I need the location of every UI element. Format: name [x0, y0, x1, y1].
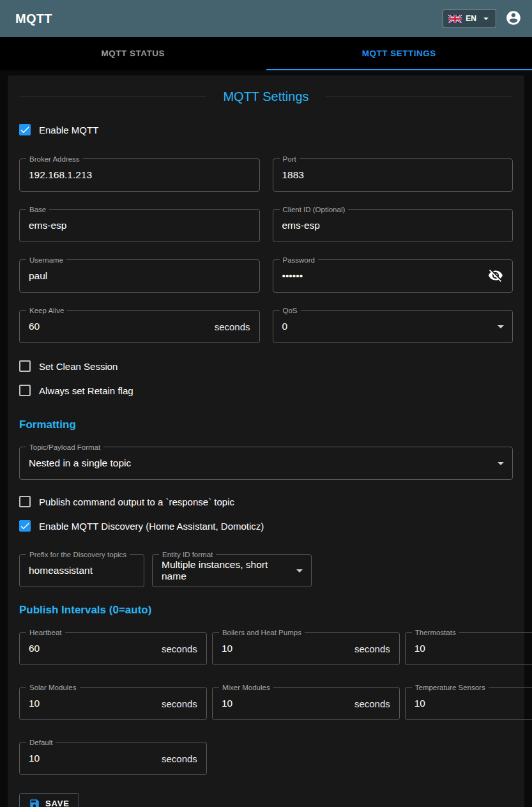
base-clientid-row: Base Client ID (Optional) [19, 209, 513, 242]
solar-interval-input[interactable] [29, 698, 156, 709]
publish-response-checkbox[interactable]: Publish command output to a `response` t… [19, 490, 234, 513]
discovery-prefix-field: Prefix for the Discovery topics [19, 554, 144, 587]
checkbox-label: Enable MQTT Discovery (Home Assistant, D… [39, 521, 264, 532]
discovery-prefix-input[interactable] [29, 565, 135, 576]
mixer-interval-field: Mixer Modules seconds [212, 687, 400, 720]
keep-alive-field: Keep Alive seconds [19, 310, 260, 343]
account-circle-icon [505, 10, 522, 28]
field-label: QoS [280, 307, 301, 314]
port-field: Port [273, 158, 513, 192]
app-title: MQTT [15, 12, 52, 26]
language-selector-button[interactable]: EN [443, 9, 496, 28]
field-label: Username [26, 256, 66, 264]
app-header: MQTT EN [0, 0, 532, 37]
checkbox-checked-icon [19, 124, 31, 135]
topic-payload-format-value: Nested in a single topic [29, 457, 131, 469]
checkbox-label: Set Clean Session [39, 361, 118, 372]
enable-mqtt-checkbox[interactable]: Enable MQTT [19, 118, 98, 141]
topic-payload-format-select[interactable]: Topic/Payload Format Nested in a single … [19, 447, 513, 480]
language-label: EN [466, 14, 476, 23]
checkbox-unchecked-icon [19, 360, 31, 372]
checkbox-label: Always set Retain flag [39, 385, 133, 396]
arrow-drop-down-icon [493, 456, 508, 471]
heartbeat-interval-field: Heartbeat seconds [19, 632, 207, 665]
field-label: Mixer Modules [219, 684, 273, 691]
port-input[interactable] [282, 169, 504, 181]
field-label: Port [280, 155, 300, 163]
seconds-suffix: seconds [354, 698, 390, 709]
base-input[interactable] [29, 220, 250, 231]
broker-port-row: Broker Address Port [19, 158, 513, 192]
field-label: Default [26, 739, 56, 746]
username-field: Username [19, 259, 260, 293]
field-label: Base [26, 206, 49, 213]
entity-id-format-value: Multiple instances, short name [162, 559, 292, 582]
chevron-down-icon [480, 13, 492, 24]
boilers-interval-field: Boilers and Heat Pumps seconds [212, 632, 400, 665]
account-button[interactable] [505, 10, 522, 28]
mixer-interval-input[interactable] [222, 698, 349, 709]
retain-flag-checkbox[interactable]: Always set Retain flag [19, 379, 133, 402]
keep-alive-input[interactable] [29, 321, 209, 332]
seconds-suffix: seconds [354, 643, 390, 654]
entity-id-format-select[interactable]: Entity ID format Multiple instances, sho… [152, 554, 312, 587]
uk-flag-icon [448, 15, 462, 23]
seconds-suffix: seconds [162, 698, 197, 709]
password-field: Password [273, 259, 513, 293]
credentials-row: Username Password [19, 259, 513, 293]
save-button[interactable]: SAVE [19, 793, 79, 807]
field-label: Keep Alive [26, 307, 67, 314]
temperature-interval-field: Temperature Sensors seconds [405, 687, 532, 720]
temperature-interval-input[interactable] [414, 698, 532, 709]
field-label: Password [280, 256, 319, 264]
base-field: Base [19, 209, 260, 242]
page-title: MQTT Settings [19, 89, 513, 104]
boilers-interval-input[interactable] [222, 643, 349, 654]
client-id-input[interactable] [282, 220, 504, 231]
seconds-suffix: seconds [215, 321, 250, 332]
field-label: Topic/Payload Format [26, 443, 103, 451]
discovery-options-row: Prefix for the Discovery topics Entity I… [19, 554, 513, 587]
seconds-suffix: seconds [162, 643, 197, 654]
set-clean-session-checkbox[interactable]: Set Clean Session [19, 355, 118, 378]
checkbox-label: Enable MQTT [39, 125, 98, 135]
solar-interval-field: Solar Modules seconds [19, 687, 207, 720]
field-label: Client ID (Optional) [280, 206, 349, 213]
tab-mqtt-settings[interactable]: MQTT SETTINGS [266, 37, 532, 70]
thermostats-interval-field: Thermostats seconds [405, 632, 532, 665]
checkbox-checked-icon [19, 520, 31, 532]
arrow-drop-down-icon [493, 319, 508, 334]
publish-intervals-grid: Heartbeat seconds Boilers and Heat Pumps… [19, 632, 513, 775]
qos-select[interactable]: QoS 0 [273, 310, 513, 343]
seconds-suffix: seconds [162, 753, 197, 764]
username-input[interactable] [29, 270, 250, 282]
checkbox-unchecked-icon [19, 496, 31, 507]
save-label: SAVE [45, 799, 70, 807]
default-interval-field: Default seconds [19, 742, 207, 775]
field-label: Broker Address [26, 155, 83, 163]
checkbox-unchecked-icon [19, 385, 31, 396]
checkbox-label: Publish command output to a `response` t… [39, 496, 234, 507]
qos-value: 0 [282, 321, 288, 332]
broker-address-input[interactable] [29, 169, 250, 181]
publish-intervals-heading: Publish Intervals (0=auto) [19, 604, 513, 617]
field-label: Prefix for the Discovery topics [26, 551, 130, 558]
field-label: Boilers and Heat Pumps [219, 629, 305, 636]
tab-mqtt-status[interactable]: MQTT STATUS [0, 37, 266, 70]
password-input[interactable] [282, 270, 483, 282]
heartbeat-interval-input[interactable] [29, 643, 156, 654]
page-title-text: MQTT Settings [206, 89, 325, 104]
client-id-field: Client ID (Optional) [273, 209, 513, 242]
toggle-password-visibility-button[interactable] [488, 268, 503, 285]
visibility-off-icon [488, 268, 503, 285]
enable-discovery-checkbox[interactable]: Enable MQTT Discovery (Home Assistant, D… [19, 514, 264, 537]
default-interval-input[interactable] [29, 753, 156, 764]
thermostats-interval-input[interactable] [414, 643, 532, 654]
settings-panel: MQTT Settings Enable MQTT Broker Address… [8, 75, 524, 807]
arrow-drop-down-icon [292, 563, 307, 578]
formatting-heading: Formatting [19, 419, 513, 431]
field-label: Temperature Sensors [412, 684, 489, 691]
field-label: Entity ID format [159, 551, 216, 558]
field-label: Heartbeat [26, 629, 65, 636]
broker-address-field: Broker Address [19, 158, 260, 192]
